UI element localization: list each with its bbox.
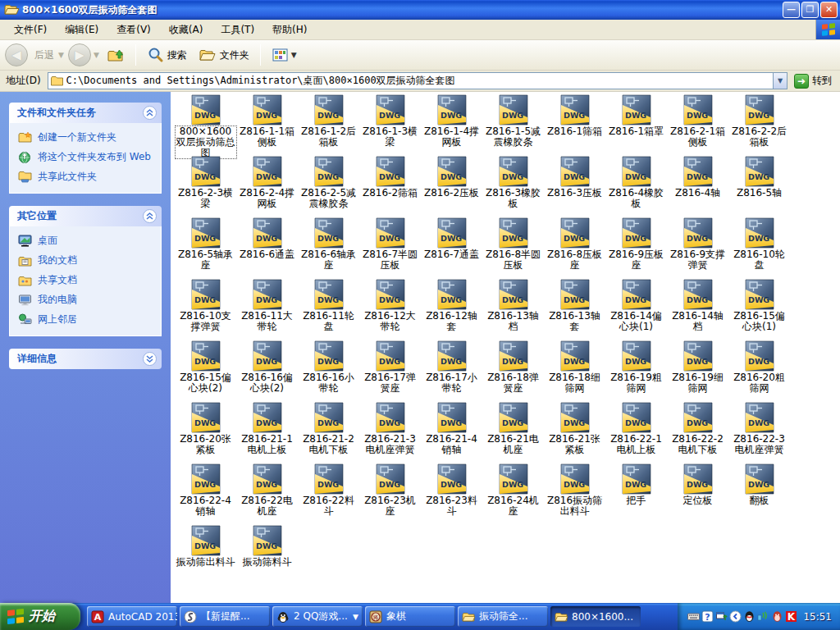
signal-icon[interactable] [757,610,769,623]
file-item[interactable]: DWGZ816振动筛出料斗 [544,463,605,525]
sidebar-item[interactable]: 创建一个新文件夹 [18,131,158,144]
file-item[interactable]: DWGZ816-1-1箱侧板 [236,94,298,156]
menu-item[interactable]: 收藏(A) [160,20,212,40]
panel-header[interactable]: 其它位置 [9,206,162,226]
file-item[interactable]: DWG翻板 [728,463,790,525]
sidebar-item[interactable]: 共享此文件夹 [18,171,158,183]
address-path-text[interactable]: C:\Documents and Settings\Administrator\… [66,74,773,88]
file-list-area[interactable]: DWG800×1600双层振动筛总图 DWGZ816-1-1箱侧板 DWGZ81… [171,92,840,603]
file-item[interactable]: DWGZ816-2-3横梁 [175,156,236,217]
file-item[interactable]: DWGZ816-17小带轮 [421,340,482,402]
file-item[interactable]: DWGZ816-21-2电机下板 [298,402,359,463]
file-item[interactable]: DWGZ816-8半圆压板 [482,217,544,279]
up-button[interactable] [103,44,129,66]
file-item[interactable]: DWGZ816-16小带轮 [298,340,359,402]
menu-item[interactable]: 帮助(H) [263,20,316,40]
qq-icon[interactable] [743,610,756,623]
file-item[interactable]: DWGZ816-4轴 [667,156,728,217]
address-input[interactable]: C:\Documents and Settings\Administrator\… [48,72,788,89]
file-item[interactable]: DWGZ816-22-3电机座弹簧 [728,402,790,463]
taskbar-button[interactable]: 振动筛全... [458,606,548,627]
back-button[interactable]: ◀ [5,43,28,66]
taskbar-button[interactable]: AAutoCAD 2013 [87,606,177,627]
taskbar-button[interactable]: 【新提醒... [180,606,270,627]
menu-item[interactable]: 文件(F) [5,20,56,40]
chevron-down-icon[interactable] [143,352,157,366]
file-item[interactable]: DWGZ816-19细筛网 [667,340,728,402]
panel-header[interactable]: 文件和文件夹任务 [9,103,162,123]
taskbar-button[interactable]: 800×1600... [550,606,641,627]
file-item[interactable]: DWGZ816-1-3横梁 [359,94,421,156]
file-item[interactable]: DWGZ816-5轴 [728,156,790,217]
file-item[interactable]: DWGZ816-9支撑弹簧 [667,217,728,279]
sidebar-item[interactable]: 我的文档 [18,254,158,267]
file-item[interactable]: DWGZ816-6通盖 [236,217,298,279]
file-item[interactable]: DWGZ816-11轮盘 [298,279,359,340]
file-item[interactable]: DWGZ816-13轴档 [482,279,544,340]
file-item[interactable]: DWGZ816-23料斗 [421,463,482,525]
file-item[interactable]: DWGZ816-21-3电机座弹簧 [359,402,421,463]
file-item[interactable]: DWGZ816-20张紧板 [175,402,236,463]
file-item[interactable]: DWGZ816-3压板 [544,156,605,217]
views-button[interactable]: ▼ [267,44,301,66]
sidebar-item[interactable]: 我的电脑 [18,294,158,306]
file-item[interactable]: DWGZ816-15偏心块(1) [728,279,790,340]
kaspersky-icon[interactable]: K [785,610,797,623]
sidebar-item[interactable]: 桌面 [18,235,158,247]
file-item[interactable]: DWGZ816-21电机座 [482,402,544,463]
file-item[interactable]: DWGZ816-22-2电机下板 [667,402,728,463]
keyboard-icon[interactable] [687,610,700,623]
file-item[interactable]: DWGZ816-2-4撑网板 [236,156,298,217]
address-dropdown-button[interactable]: ▼ [773,73,787,89]
file-item[interactable]: DWGZ816-22料斗 [298,463,359,525]
file-item[interactable]: DWGZ816-10轮盘 [728,217,790,279]
start-button[interactable]: 开始 [0,603,80,630]
file-item[interactable]: DWGZ816-11大带轮 [236,279,298,340]
file-item[interactable]: DWGZ816-23机座 [359,463,421,525]
file-item[interactable]: DWGZ816-7半圆压板 [359,217,421,279]
hide-icons-chevron-icon[interactable] [729,610,742,623]
file-item[interactable]: DWG振动筛料斗 [236,525,298,587]
file-item[interactable]: DWGZ816-2-1箱侧板 [667,94,728,156]
go-button[interactable]: ➜ 转到 [792,73,837,89]
file-item[interactable]: DWGZ816-3橡胶板 [482,156,544,217]
file-item[interactable]: DWGZ816-10支撑弹簧 [175,279,236,340]
file-item[interactable]: DWGZ816-22-4销轴 [175,463,236,525]
file-item[interactable]: DWGZ816-15偏心块(2) [175,340,236,402]
file-item[interactable]: DWGZ816-2-5减震橡胶条 [298,156,359,217]
file-item[interactable]: DWGZ816-13轴套 [544,279,605,340]
taskbar-button[interactable]: 2 QQ游戏...▼ [272,606,363,627]
file-item[interactable]: DWGZ816-14轴档 [667,279,728,340]
file-item[interactable]: DWGZ816-19粗筛网 [605,340,667,402]
close-button[interactable]: ✕ [820,2,838,18]
file-item[interactable]: DWG定位板 [667,463,728,525]
taskbar-button[interactable]: 将象棋 [365,606,455,627]
panel-header[interactable]: 详细信息 [9,349,162,369]
file-item[interactable]: DWGZ816-18弹簧座 [482,340,544,402]
file-item[interactable]: DWGZ816-2筛箱 [359,156,421,217]
file-item[interactable]: DWGZ816-4橡胶板 [605,156,667,217]
forward-button[interactable]: ▶ [68,43,91,66]
file-item[interactable]: DWGZ816-12大带轮 [359,279,421,340]
minimize-button[interactable]: — [783,2,800,18]
sidebar-item[interactable]: 将这个文件夹发布到 Web [18,151,158,163]
folders-button[interactable]: 文件夹 [195,44,253,66]
file-item[interactable]: DWGZ816-17弹簧座 [359,340,421,402]
file-item[interactable]: DWG把手 [605,463,667,525]
file-item[interactable]: DWGZ816-22-1电机上板 [605,402,667,463]
file-item[interactable]: DWGZ816-1-2后箱板 [298,94,359,156]
file-item[interactable]: DWGZ816-18细筛网 [544,340,605,402]
file-item[interactable]: DWGZ816-1箱罩 [605,94,667,156]
sidebar-item[interactable]: 共享文档 [18,274,158,286]
file-item[interactable]: DWGZ816-1-4撑网板 [421,94,482,156]
chevron-up-icon[interactable] [143,106,157,120]
file-item[interactable]: DWG振动筛出料斗 [175,525,236,587]
menu-item[interactable]: 编辑(E) [56,20,107,40]
menu-item[interactable]: 工具(T) [212,20,263,40]
sidebar-item[interactable]: 网上邻居 [18,313,158,326]
search-button[interactable]: 搜索 [143,44,191,66]
file-item[interactable]: DWGZ816-14偏心块(1) [605,279,667,340]
file-item[interactable]: DWG800×1600双层振动筛总图 [175,94,236,156]
file-item[interactable]: DWGZ816-5轴承座 [175,217,236,279]
file-item[interactable]: DWGZ816-22电机座 [236,463,298,525]
